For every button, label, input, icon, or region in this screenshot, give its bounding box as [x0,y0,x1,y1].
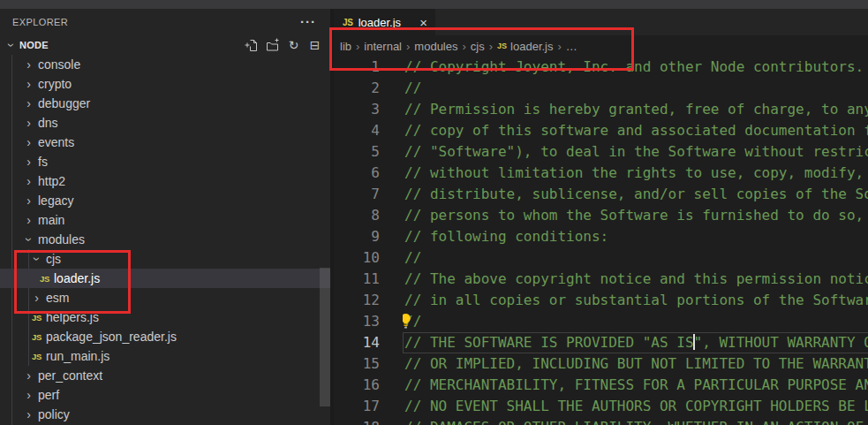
quick-fix-lightbulb-icon[interactable] [403,313,412,332]
code-line-13[interactable]: 13// [334,311,868,332]
tree-item-perf[interactable]: ›perf [0,385,330,405]
tree-item-label: esm [46,291,69,305]
tree-item-helpers-js[interactable]: JShelpers.js [0,307,330,327]
line-content: // persons to whom the Software is furni… [403,205,868,226]
line-content: // [403,247,868,269]
line-number: 6 [334,163,380,184]
new-file-icon[interactable] [244,37,259,53]
title-bar [0,0,868,9]
breadcrumb: lib›internal›modules›cjs›JSloader.js›… [334,35,868,57]
new-folder-icon[interactable] [265,37,280,53]
tree-item-http2[interactable]: ›http2 [0,171,330,191]
tree-item-label: main [38,213,64,227]
line-content: // OR IMPLIED, INCLUDING BUT NOT LIMITED… [403,353,868,375]
code-line-6[interactable]: 6// without limitation the rights to use… [334,163,868,184]
code-line-4[interactable]: 4// copy of this software and associated… [334,120,868,141]
tab-loader-js[interactable]: JS loader.js × [334,9,435,35]
refresh-icon[interactable]: ↻ [286,37,301,53]
line-content: // copy of this software and associated … [403,120,868,141]
collapse-all-icon[interactable]: ⊟ [307,37,322,53]
line-content: // The above copyright notice and this p… [403,269,868,290]
tree-item-label: fs [38,155,48,169]
breadcrumb-item--[interactable]: … [566,40,577,53]
code-line-9[interactable]: 9// following conditions: [334,226,868,247]
line-content: // following conditions: [403,226,868,247]
comment-text: // [403,78,868,99]
tree-item-cjs[interactable]: ›cjs [0,249,330,269]
line-number: 4 [334,120,380,141]
explorer-more-icon[interactable]: ··· [300,18,316,27]
chevron-down-icon: › [31,252,43,267]
code-area[interactable]: 1// Copyright Joyent, Inc. and other Nod… [334,57,868,425]
breadcrumb-item-modules[interactable]: modules [414,40,457,53]
chevron-right-icon: › [558,40,562,53]
code-line-7[interactable]: 7// distribute, sublicense, and/or sell … [334,184,868,205]
tree-item-label: helpers.js [46,310,99,324]
section-actions: ↻ ⊟ [244,37,330,53]
tree-item-modules[interactable]: ›modules [0,230,330,249]
chevron-right-icon: › [21,369,36,382]
code-line-16[interactable]: 16// MERCHANTABILITY, FITNESS FOR A PART… [334,375,868,396]
code-line-10[interactable]: 10// [334,247,868,269]
tree-item-main[interactable]: ›main [0,210,330,230]
breadcrumb-item-loader-js[interactable]: loader.js [510,40,553,53]
tree-item-legacy[interactable]: ›legacy [0,191,330,210]
tree-item-crypto[interactable]: ›crypto [0,74,330,94]
tree-item-per-context[interactable]: ›per_context [0,366,330,385]
node-section-header[interactable]: › NODE ↻ ⊟ [0,35,330,55]
js-file-icon: JS [497,42,507,50]
js-file-icon: JS [343,18,353,27]
explorer-header: EXPLORER ··· [0,9,330,35]
line-number: 13 [334,311,380,332]
tree-item-esm[interactable]: ›esm [0,288,330,307]
tree-item-label: modules [38,232,85,247]
code-line-15[interactable]: 15// OR IMPLIED, INCLUDING BUT NOT LIMIT… [334,353,868,375]
code-line-8[interactable]: 8// persons to whom the Software is furn… [334,205,868,226]
line-number: 15 [334,353,380,375]
comment-text: // Permission is hereby granted, free of… [403,99,868,120]
code-line-18[interactable]: 18// DAMAGES OR OTHER LIABILITY, WHETHER… [334,417,868,425]
comment-text: // MERCHANTABILITY, FITNESS FOR A PARTIC… [403,375,868,396]
chevron-right-icon: › [21,194,36,207]
sidebar-scrollbar[interactable] [320,268,330,406]
chevron-down-icon: › [23,232,35,247]
code-line-3[interactable]: 3// Permission is hereby granted, free o… [334,99,868,120]
tab-label: loader.js [359,16,420,29]
file-tree: ›console›crypto›debugger›dns›events›fs›h… [0,55,330,425]
line-content: // "Software"), to deal in the Software … [403,141,868,163]
chevron-right-icon: › [29,292,44,304]
comment-text: // Copyright Joyent, Inc. and other Node… [403,57,868,78]
code-line-12[interactable]: 12// in all copies or substantial portio… [334,290,868,311]
code-line-1[interactable]: 1// Copyright Joyent, Inc. and other Nod… [334,57,868,78]
code-line-2[interactable]: 2// [334,78,868,99]
close-icon[interactable]: × [419,16,427,29]
tree-item-label: cjs [46,252,61,266]
tree-item-label: legacy [38,194,73,208]
line-number: 14 [334,332,380,353]
breadcrumb-item-cjs[interactable]: cjs [471,40,485,53]
code-line-14[interactable]: 14// THE SOFTWARE IS PROVIDED "AS IS", W… [334,332,868,353]
line-number: 11 [334,269,380,290]
tree-item-loader-js[interactable]: JSloader.js [0,269,330,288]
line-content: // distribute, sublicense, and/or sell c… [403,184,868,205]
chevron-right-icon: › [21,156,36,168]
breadcrumb-item-lib[interactable]: lib [340,40,351,53]
tree-item-console[interactable]: ›console [0,55,330,74]
tree-item-debugger[interactable]: ›debugger [0,94,330,113]
code-line-5[interactable]: 5// "Software"), to deal in the Software… [334,141,868,163]
tree-item-events[interactable]: ›events [0,133,330,152]
tree-item-label: debugger [38,96,90,110]
tree-item-run-main-js[interactable]: JSrun_main.js [0,346,330,366]
code-line-11[interactable]: 11// The above copyright notice and this… [334,269,868,290]
tree-item-fs[interactable]: ›fs [0,152,330,171]
tree-item-package-json-reader-js[interactable]: JSpackage_json_reader.js [0,327,330,346]
chevron-right-icon: › [21,78,36,90]
tree-item-policy[interactable]: ›policy [0,405,330,424]
code-line-17[interactable]: 17// NO EVENT SHALL THE AUTHORS OR COPYR… [334,396,868,417]
breadcrumb-item-internal[interactable]: internal [364,40,402,53]
chevron-right-icon: › [21,97,36,110]
line-number: 9 [334,226,380,247]
comment-text: // [403,247,868,269]
tree-item-dns[interactable]: ›dns [0,113,330,133]
vscode-window: EXPLORER ··· › NODE [0,0,868,425]
